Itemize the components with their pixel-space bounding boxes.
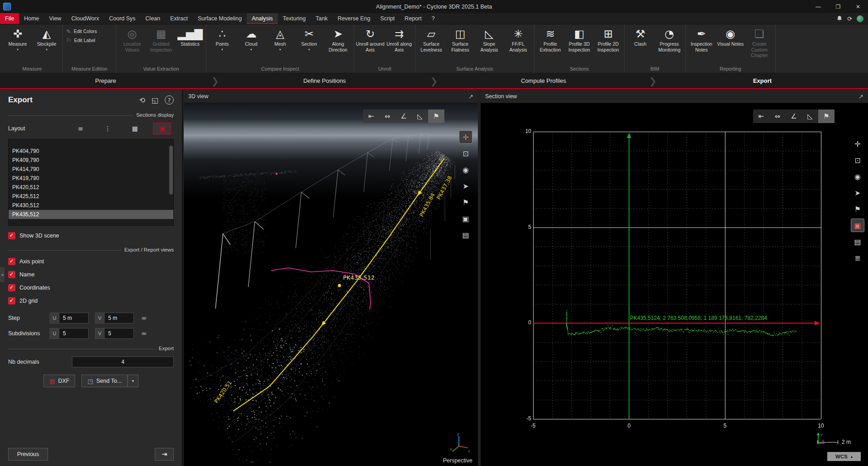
maximize-button[interactable]: ❐ (828, 0, 848, 13)
menu-item-surface-modeling[interactable]: Surface Modeling (193, 13, 247, 24)
measure-slope-icon[interactable]: ◺ (412, 109, 428, 123)
float-window-icon[interactable]: ◱ (152, 96, 158, 105)
list-item[interactable]: PK419,790 (9, 174, 173, 183)
camera-view-icon[interactable]: ◉ (459, 163, 472, 176)
visual-notes-button[interactable]: ◉Visual Notes (716, 25, 745, 47)
along-direction-button[interactable]: ➤Along Direction (324, 25, 353, 52)
minimize-button[interactable]: — (808, 0, 828, 13)
previous-button[interactable]: Previous (8, 448, 48, 461)
profile-extraction-button[interactable]: ≋Profile Extraction (536, 25, 565, 52)
surface-levelness-button[interactable]: ▱Surface Levelness (417, 25, 446, 52)
2d-grid-checkbox-row[interactable]: 2D grid (8, 297, 174, 304)
reset-icon[interactable]: ⟲ (139, 96, 145, 105)
panel-collapse-handle[interactable]: ◂ (0, 267, 5, 282)
workflow-step-prepare[interactable]: Prepare (0, 77, 211, 84)
move-gizmo-icon[interactable]: ✛ (459, 130, 472, 144)
layers-icon[interactable]: ▤ (851, 235, 864, 248)
close-button[interactable]: ✕ (848, 0, 868, 13)
send-to-button[interactable]: ◳ Send To... (81, 375, 127, 387)
camera-view-icon[interactable]: ◉ (851, 170, 864, 183)
workflow-step-export[interactable]: Export (657, 77, 868, 84)
surface-flatness-button[interactable]: ◫Surface Flatness (446, 25, 475, 52)
measure-angle-icon[interactable]: ∠ (396, 109, 412, 123)
profile-2d-inspection-button[interactable]: ⊞Profile 2D Inspection (594, 25, 623, 52)
sections-list[interactable]: PK404,790PK409,790PK414,790PK419,790PK42… (8, 139, 174, 226)
coordinates-checkbox-row[interactable]: Coordinates (8, 284, 174, 291)
menu-item-tank[interactable]: Tank (310, 13, 332, 24)
checkbox-checked-icon[interactable] (8, 297, 15, 304)
checkbox-checked-icon[interactable] (8, 232, 15, 239)
workflow-step-define-positions[interactable]: Define Positions (219, 77, 430, 84)
export-exit-button[interactable]: ⇥ (155, 448, 174, 461)
send-to-dropdown-button[interactable]: ▾ (128, 375, 138, 387)
view-cube-icon[interactable]: ▣ (459, 212, 472, 225)
section-plot-viewport[interactable] (481, 103, 868, 466)
list-item[interactable]: PK430,512 (9, 201, 173, 210)
slope-analysis-button[interactable]: ◺Slope Analysis (475, 25, 504, 52)
menu-item-report[interactable]: Report (400, 13, 427, 24)
menu-item-extract[interactable]: Extract (165, 13, 193, 24)
sync-icon[interactable]: ⟳ (847, 15, 852, 22)
points-button[interactable]: ∴Points▾ (208, 25, 237, 52)
name-checkbox-row[interactable]: Name (8, 271, 174, 278)
checkbox-checked-icon[interactable] (8, 271, 15, 278)
cloud-button[interactable]: ☁Cloud▾ (237, 25, 266, 52)
help-icon[interactable]: ? (165, 95, 174, 105)
zoom-extents-icon[interactable]: ⊡ (851, 153, 864, 167)
measure-angle-icon[interactable]: ∠ (786, 109, 802, 123)
menu-item-reverse-eng[interactable]: Reverse Eng (333, 13, 375, 24)
expand-view-icon[interactable]: ↗ (468, 93, 473, 100)
clash-button[interactable]: ⚒Clash (626, 25, 655, 47)
menu-item-script[interactable]: Script (375, 13, 400, 24)
workflow-step-compute-profiles[interactable]: Compute Profiles (438, 77, 649, 84)
unroll-along-axis-button[interactable]: ⇉Unroll along Axis (385, 25, 414, 52)
layout-rows-icon[interactable]: ≡ (72, 123, 90, 134)
profile-3d-inspection-button[interactable]: ◧Profile 3D Inspection (565, 25, 594, 52)
list-item[interactable]: PK414,790 (9, 165, 173, 174)
layout-single-icon[interactable]: ▣ (153, 123, 171, 134)
dxf-export-button[interactable]: ▤ DXF (43, 375, 75, 387)
label-tag-icon[interactable]: ⚑ (818, 109, 835, 123)
layers-icon[interactable]: ▤ (459, 228, 472, 242)
link-uv-icon[interactable]: ∞ (141, 314, 147, 322)
list-item[interactable]: PK425,512 (9, 192, 173, 201)
checkbox-checked-icon[interactable] (8, 284, 15, 291)
statistics-button[interactable]: ▂▅▇Statistics (176, 25, 205, 47)
station-marker-icon[interactable]: ⚑ (851, 202, 864, 216)
measure-slope-icon[interactable]: ◺ (802, 109, 818, 123)
list-item[interactable]: PK404,790 (9, 147, 173, 156)
menu-item-clean[interactable]: Clean (140, 13, 165, 24)
menu-item-analysis[interactable]: Analysis (247, 13, 278, 24)
move-gizmo-icon[interactable]: ✛ (851, 137, 864, 151)
mesh-button[interactable]: ◬Mesh▾ (266, 25, 295, 52)
menu-item-[interactable]: ? (427, 13, 440, 24)
ff-fl-analysis-button[interactable]: ✳FF/FL Analysis (504, 25, 533, 52)
measure-horizontal-icon[interactable]: ⇔ (769, 109, 786, 123)
menu-item-view[interactable]: View (44, 13, 67, 24)
zoom-extents-icon[interactable]: ⊡ (459, 147, 472, 160)
list-item[interactable]: PK420,512 (9, 183, 173, 192)
menu-item-home[interactable]: Home (19, 13, 44, 24)
measure-button[interactable]: ✜Measure▾ (3, 25, 32, 52)
label-tag-icon[interactable]: ⚑ (428, 109, 444, 123)
measure-distance-icon[interactable]: ⇤ (753, 109, 769, 123)
link-uv-icon[interactable]: ∞ (141, 329, 147, 338)
list-item[interactable]: PK409,790 (9, 156, 173, 165)
wcs-selector[interactable]: WCS ▴ (827, 452, 861, 461)
grid-2d-icon[interactable]: ▣ (851, 219, 864, 232)
subdivisions-v-input[interactable] (104, 328, 134, 339)
titlebar[interactable]: Alignment_Demo* - Cyclone 3DR 2025.1 Bet… (0, 0, 868, 13)
account-avatar[interactable] (857, 15, 863, 22)
unroll-around-axis-button[interactable]: ↻Unroll around Axis (356, 25, 385, 52)
measure-distance-icon[interactable]: ⇤ (363, 109, 379, 123)
projection-mode-label[interactable]: Perspective (443, 457, 472, 464)
measure-horizontal-icon[interactable]: ⇔ (379, 109, 396, 123)
menu-item-cloudworx[interactable]: CloudWorx (66, 13, 104, 24)
inspection-notes-button[interactable]: ✒Inspection Notes (687, 25, 716, 52)
stockpile-button[interactable]: ◭Stockpile▾ (32, 25, 61, 52)
menu-item-texturing[interactable]: Texturing (278, 13, 311, 24)
subdivisions-u-input[interactable] (59, 328, 89, 339)
axis-point-checkbox-row[interactable]: Axis point (8, 258, 174, 265)
step-v-input[interactable] (104, 313, 134, 323)
menu-item-coord-sys[interactable]: Coord Sys (104, 13, 140, 24)
